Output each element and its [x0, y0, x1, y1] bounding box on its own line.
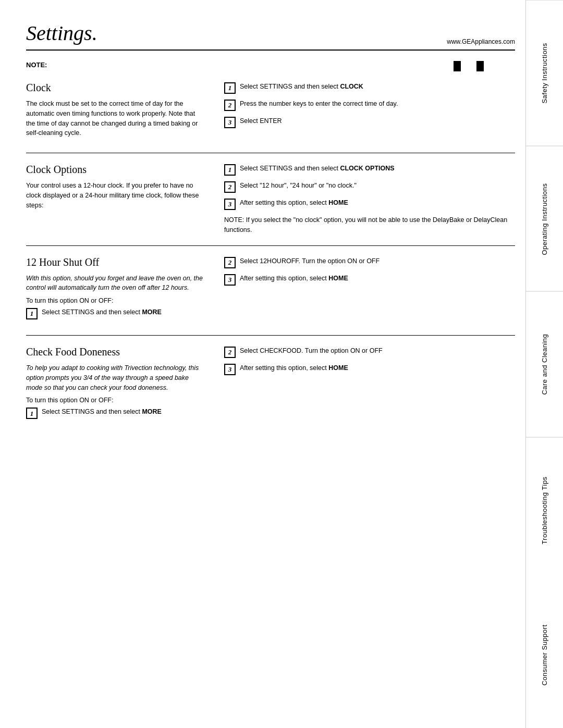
sidebar-consumer: Consumer Support: [526, 583, 563, 728]
food-doneness-step-text-3: After setting this option, select HOME: [240, 363, 515, 373]
clock-options-section: Clock Options Your control uses a 12-hou…: [26, 164, 515, 235]
note-icons: [454, 61, 515, 71]
clock-left: Clock The clock must be set to the corre…: [26, 82, 203, 142]
shutoff-left: 12 Hour Shut Off With this option, shoul…: [26, 256, 203, 325]
note-label: NOTE:: [26, 61, 52, 69]
clock-step-3: 3 Select ENTER: [224, 116, 515, 128]
divider-2: [26, 245, 515, 246]
page-header: Settings. www.GEAppliances.com: [26, 21, 515, 51]
shutoff-step-2: 2 Select 12HOUROFF. Turn the option ON o…: [224, 256, 515, 268]
shutoff-body: With this option, should you forget and …: [26, 274, 203, 293]
clock-options-step-3: 3 After setting this option, select HOME: [224, 198, 515, 210]
clock-options-step-num-2: 2: [224, 181, 236, 193]
shutoff-step-num-1: 1: [26, 308, 38, 319]
food-doneness-step-3: 3 After setting this option, select HOME: [224, 363, 515, 375]
clock-step-num-1: 1: [224, 82, 236, 94]
clock-options-step-1: 1 Select SETTINGS and then select CLOCK …: [224, 164, 515, 176]
clock-step-num-3: 3: [224, 117, 236, 128]
right-sidebar: Safety Instructions Operating Instructio…: [525, 0, 563, 728]
divider-1: [26, 153, 515, 153]
shutoff-to-turn: To turn this option ON or OFF:: [26, 297, 203, 304]
clock-options-step-num-3: 3: [224, 199, 236, 210]
note-icon-2: [476, 61, 484, 71]
divider-3: [26, 335, 515, 336]
food-doneness-step-num-2: 2: [224, 347, 236, 358]
shutoff-section: 12 Hour Shut Off With this option, shoul…: [26, 256, 515, 325]
shutoff-step-num-2: 2: [224, 257, 236, 268]
sidebar-care: Care and Cleaning: [526, 291, 563, 437]
food-doneness-step-text-1: Select SETTINGS and then select MORE: [42, 407, 203, 417]
clock-body: The clock must be set to the correct tim…: [26, 99, 203, 138]
clock-step-2: 2 Press the number keys to enter the cor…: [224, 99, 515, 111]
clock-section: Clock The clock must be set to the corre…: [26, 82, 515, 142]
food-doneness-step-1: 1 Select SETTINGS and then select MORE: [26, 407, 203, 419]
sidebar-troubleshooting: Troubleshooting Tips: [526, 437, 563, 583]
food-doneness-to-turn: To turn this option ON or OFF:: [26, 397, 203, 404]
note-row: NOTE:: [26, 61, 515, 71]
shutoff-step-text-2: Select 12HOUROFF. Turn the option ON or …: [240, 256, 515, 266]
food-doneness-body: To help you adapt to cooking with Trivec…: [26, 363, 203, 392]
clock-step-text-2: Press the number keys to enter the corre…: [240, 99, 515, 109]
food-doneness-step-num-3: 3: [224, 364, 236, 375]
shutoff-step-1: 1 Select SETTINGS and then select MORE: [26, 307, 203, 319]
food-doneness-step-num-1: 1: [26, 408, 38, 419]
clock-heading: Clock: [26, 82, 203, 94]
sidebar-safety: Safety Instructions: [526, 0, 563, 146]
food-doneness-step-text-2: Select CHECKFOOD. Turn the option ON or …: [240, 346, 515, 356]
food-doneness-step-2: 2 Select CHECKFOOD. Turn the option ON o…: [224, 346, 515, 358]
shutoff-step-text-3: After setting this option, select HOME: [240, 274, 515, 283]
clock-right: 1 Select SETTINGS and then select CLOCK …: [214, 82, 515, 142]
shutoff-step-text-1: Select SETTINGS and then select MORE: [42, 307, 203, 317]
clock-options-step-num-1: 1: [224, 164, 236, 176]
food-doneness-heading: Check Food Doneness: [26, 346, 203, 358]
website-url: www.GEAppliances.com: [447, 38, 515, 45]
food-doneness-right: 2 Select CHECKFOOD. Turn the option ON o…: [214, 346, 515, 424]
clock-step-num-2: 2: [224, 100, 236, 111]
clock-options-step-2: 2 Select "12 hour", "24 hour" or "no clo…: [224, 181, 515, 193]
sidebar-operating: Operating Instructions: [526, 146, 563, 292]
clock-step-1: 1 Select SETTINGS and then select CLOCK: [224, 82, 515, 94]
clock-options-step-text-1: Select SETTINGS and then select CLOCK OP…: [240, 164, 515, 174]
clock-options-step-text-3: After setting this option, select HOME: [240, 198, 515, 208]
food-doneness-section: Check Food Doneness To help you adapt to…: [26, 346, 515, 424]
shutoff-right: 2 Select 12HOUROFF. Turn the option ON o…: [214, 256, 515, 325]
clock-step-text-1: Select SETTINGS and then select CLOCK: [240, 82, 515, 92]
clock-options-body: Your control uses a 12-hour clock. If yo…: [26, 181, 203, 210]
note-icon-1: [454, 61, 461, 71]
clock-options-step-text-2: Select "12 hour", "24 hour" or "no clock…: [240, 181, 515, 191]
shutoff-heading: 12 Hour Shut Off: [26, 256, 203, 268]
clock-options-left: Clock Options Your control uses a 12-hou…: [26, 164, 203, 235]
clock-options-note: NOTE: If you select the "no clock" optio…: [224, 215, 515, 235]
clock-step-text-3: Select ENTER: [240, 116, 515, 126]
shutoff-step-num-3: 3: [224, 274, 236, 286]
food-doneness-left: Check Food Doneness To help you adapt to…: [26, 346, 203, 424]
shutoff-step-3: 3 After setting this option, select HOME: [224, 274, 515, 286]
clock-options-heading: Clock Options: [26, 164, 203, 176]
clock-options-right: 1 Select SETTINGS and then select CLOCK …: [214, 164, 515, 235]
page-title: Settings.: [26, 21, 97, 45]
